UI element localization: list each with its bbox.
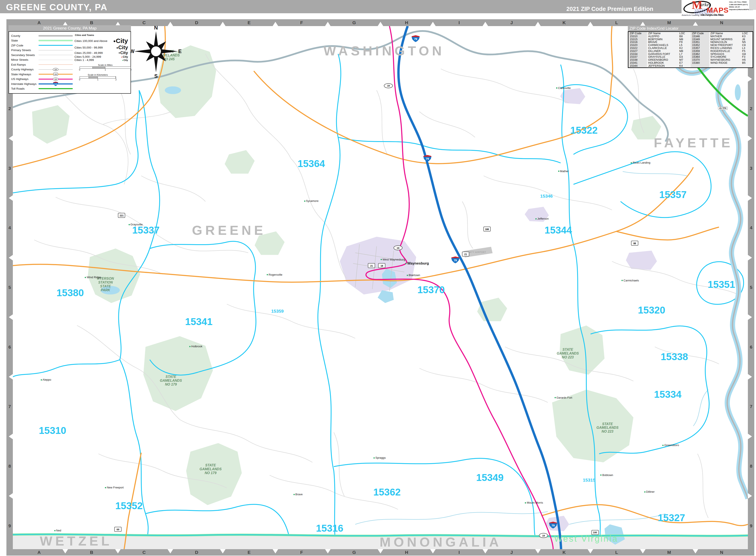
scale-title: Scale in Kilometers [79, 74, 116, 76]
zip-code-cell: 15322 [628, 47, 647, 49]
route-badge-icon: 123 [53, 78, 58, 81]
grid-cell-7: 7 [748, 377, 754, 437]
zip-code-cell [691, 64, 709, 67]
scale-segment [98, 76, 116, 78]
zip-loc-cell: K4 [678, 64, 691, 67]
zip-name-cell: MATHER [709, 35, 741, 38]
legend-item-label: State [11, 39, 38, 42]
zip-index-row: 15316BRAVEF915351NEMACOLINN5 [628, 41, 753, 44]
zip-loc-cell: N5 [741, 41, 753, 44]
grid-cell-G: G [328, 549, 380, 556]
grid-cell-A: A [13, 549, 65, 556]
zip-name-cell: BOBTOWN [647, 38, 678, 41]
legend-item-swatch-icon [38, 88, 73, 89]
legend-item-state: State [11, 38, 73, 43]
legend-city-example: City [121, 55, 128, 58]
grid-label: L [615, 20, 618, 25]
map-canvas: WASHINGTONFAYETTEGREENEWETZELMONONGALIA1… [13, 26, 748, 549]
zip-name-cell: WIND RIDGE [709, 61, 741, 64]
grid-cell-8: 8 [6, 437, 13, 496]
zip-name-cell: CARMICHAELS [647, 44, 678, 47]
zip-index-row: 15327DILLINERM815359ROGERSVILLEF5 [628, 49, 753, 53]
grid-cell-G: G [328, 19, 380, 26]
grid-cell-5: 5 [748, 258, 754, 317]
zip-name-cell: MOUNT MORRIS [709, 38, 741, 41]
zip-index-table: ZIP CodeZIP NameLOCZIP CodeZIP NameLOC 1… [628, 32, 753, 67]
map-artwork [13, 26, 748, 549]
legend-city-example: City [122, 59, 128, 61]
zip-index-row: 15344JEFFERSONK4 [628, 64, 753, 67]
grid-label: E [248, 550, 251, 555]
zip-index-header: LOC [741, 32, 753, 35]
legend-item-swatch-icon [38, 45, 73, 46]
legend-city-class: Cities 100,000 and AboveCity [74, 37, 131, 44]
legend-city-label: Cities 1 - 4,999 [74, 58, 94, 62]
grid-label: B [90, 550, 93, 555]
zip-loc-cell: G8 [741, 53, 753, 56]
logo-contact-line: mapsales@MarketMAPS.com [729, 8, 749, 11]
legend-item-zip-code: ZIP Code [11, 43, 73, 48]
scale-bar-graphic [79, 76, 116, 78]
grid-label: N [720, 20, 723, 25]
scale-segment [93, 67, 105, 68]
city-dot-icon [119, 53, 120, 54]
legend-item-label: County Highways [11, 68, 38, 71]
zip-code-cell: 15370 [691, 58, 709, 61]
legend-city-label: Cities 25,000 - 49,999 [74, 51, 103, 55]
legend-route-badge-icon: 123 [51, 67, 60, 72]
scale-title: Scale in Miles [79, 64, 131, 66]
zip-name-cell [709, 64, 741, 67]
zip-index-row: 15334GARARDS FORTL715362SPRAGGSG8 [628, 53, 753, 56]
scale-tick: 1 [97, 78, 98, 81]
zip-loc-cell [741, 64, 753, 67]
zip-code-cell: 15359 [691, 49, 709, 53]
grid-cell-M: M [643, 19, 695, 26]
legend-item-label: ZIP Code [11, 44, 38, 47]
grid-cell-F: F [275, 549, 328, 556]
zip-name-cell: ROGERSVILLE [709, 49, 741, 53]
zip-code-cell: 15346 [691, 35, 709, 38]
legend-cities: Cities and Towns Cities 100,000 and Abov… [73, 33, 131, 92]
zip-name-cell: NEMACOLIN [709, 41, 741, 44]
zip-name-cell: ALEPPO [647, 35, 678, 38]
legend-item-county: County [11, 33, 73, 38]
grid-cell-2: 2 [748, 79, 754, 139]
grid-label: I [459, 20, 460, 25]
zip-code-cell: 15362 [691, 53, 709, 56]
grid-cell-I: I [433, 19, 485, 26]
zip-loc-cell: F5 [741, 49, 753, 53]
scale-tick: 2 [130, 69, 132, 71]
legend-city-class: Cities 50,000 - 99,999City [74, 44, 131, 50]
zip-name-cell: SYCAMORE [709, 56, 741, 58]
grid-label: H [405, 20, 408, 25]
zip-name-cell: DILLINER [647, 49, 678, 53]
page-title: GREENE COUNTY, PA [6, 2, 107, 12]
legend-item-state-highways: State Highways123 [11, 72, 73, 77]
grid-strip-left: 123456789 [6, 19, 13, 556]
zip-loc-cell: B5 [741, 61, 753, 64]
grid-cell-E: E [223, 549, 275, 556]
grid-label: D [195, 20, 198, 25]
legend-item-exit-ramps: Exit Ramps [11, 62, 73, 67]
scale-tick: 0 [79, 69, 80, 71]
legend-title: 2021 Greene County, PA Map [8, 25, 131, 31]
zip-index-row: 15315BOBTOWNM815349MOUNT MORRISJ8 [628, 38, 753, 41]
header-bar: GREENE COUNTY, PA 2021 ZIP Code Premium … [0, 0, 756, 13]
city-dot-icon [117, 47, 118, 48]
zip-loc-cell: J8 [741, 38, 753, 41]
legend-item-swatch-icon [38, 50, 73, 50]
zip-code-cell: 15351 [691, 41, 709, 44]
zip-loc-cell: D3 [678, 56, 691, 58]
zip-name-cell: CLARKSVILLE [647, 47, 678, 49]
legend-item-swatch-icon [38, 55, 73, 55]
scale-ticks: 012 [79, 78, 116, 81]
logo-gray-block [749, 0, 756, 10]
grid-cell-K: K [538, 19, 590, 26]
zip-loc-cell: K2 [678, 47, 691, 49]
legend-item-swatch-icon [38, 40, 73, 41]
zip-index-row: 15337GRAYSVILLED315364SYCAMOREF3 [628, 56, 753, 58]
grid-cell-E: E [223, 19, 275, 26]
legend-item-primary-streets: Primary Streets [11, 48, 73, 53]
grid-strip-bottom: ABCDEFGHIJKLMN [13, 549, 748, 556]
zip-code-cell: 15310 [628, 35, 647, 38]
